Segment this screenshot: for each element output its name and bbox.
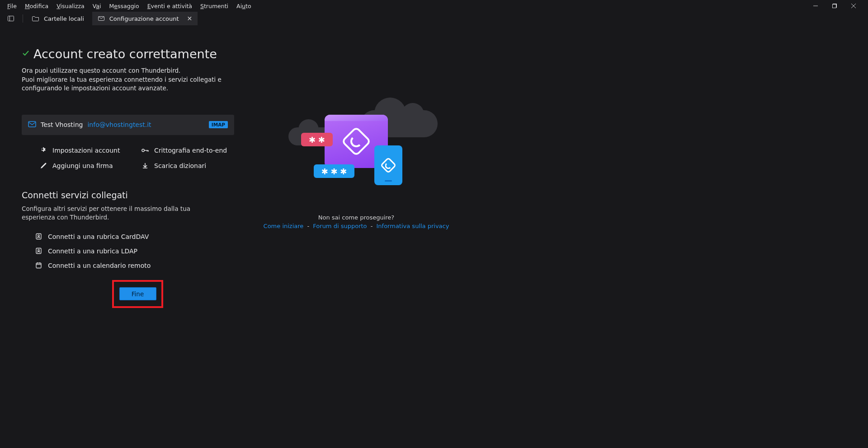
service-label: Connetti a un calendario remoto bbox=[48, 262, 151, 269]
finish-button[interactable]: Fine bbox=[119, 287, 156, 300]
illustration: ✱ ✱ ✱ ✱ ✱ bbox=[284, 97, 429, 196]
panel-icon bbox=[7, 15, 14, 22]
right-column: ✱ ✱ ✱ ✱ ✱ Non sai come proseguire? Come … bbox=[261, 47, 451, 448]
connect-carddav[interactable]: Connetti a una rubrica CardDAV bbox=[35, 233, 234, 240]
connect-ldap[interactable]: Connetti a una rubrica LDAP bbox=[35, 247, 234, 255]
separator bbox=[23, 14, 23, 23]
minimize-button[interactable] bbox=[811, 1, 820, 10]
menu-view[interactable]: Visualizza bbox=[53, 1, 88, 11]
svg-rect-2 bbox=[833, 5, 836, 8]
key-icon bbox=[142, 147, 149, 154]
address-book-icon bbox=[35, 247, 42, 255]
action-label: Scarica dizionari bbox=[154, 162, 206, 169]
action-label: Impostazioni account bbox=[52, 147, 120, 154]
action-label: Aggiungi una firma bbox=[52, 162, 113, 169]
close-window-button[interactable] bbox=[849, 1, 858, 10]
tab-local-folders[interactable]: Cartelle locali bbox=[27, 12, 90, 25]
e2e-crypto-action[interactable]: Crittografia end-to-end bbox=[142, 147, 234, 154]
menu-tools[interactable]: Strumenti bbox=[197, 1, 232, 11]
support-forum-link[interactable]: Forum di supporto bbox=[313, 223, 367, 229]
account-name: Test Vhosting bbox=[41, 121, 83, 128]
account-email: info@vhostingtest.it bbox=[87, 121, 151, 128]
menu-go[interactable]: Vai bbox=[89, 1, 105, 11]
maximize-button[interactable] bbox=[830, 1, 839, 10]
getting-started-link[interactable]: Come iniziare bbox=[264, 223, 304, 229]
mail-settings-icon bbox=[98, 15, 105, 22]
tab-strip: Cartelle locali Configurazione account ✕ bbox=[0, 12, 868, 25]
account-card: Test Vhosting info@vhostingtest.it IMAP bbox=[22, 115, 234, 135]
svg-rect-8 bbox=[28, 121, 36, 127]
check-icon bbox=[22, 49, 30, 59]
add-signature-action[interactable]: Aggiungi una firma bbox=[40, 162, 132, 169]
svg-point-14 bbox=[38, 235, 40, 237]
address-book-icon bbox=[35, 233, 42, 240]
calendar-icon bbox=[35, 262, 42, 269]
window-controls bbox=[811, 1, 864, 10]
action-label: Crittografia end-to-end bbox=[154, 147, 227, 154]
description: Ora puoi utilizzare questo account con T… bbox=[22, 66, 234, 93]
svg-rect-5 bbox=[8, 16, 14, 21]
help-links: Come iniziare - Forum di supporto - Info… bbox=[262, 223, 451, 229]
gear-icon bbox=[40, 147, 47, 154]
tab-label: Configurazione account bbox=[109, 15, 179, 22]
mail-icon bbox=[28, 121, 36, 129]
service-label: Connetti a una rubrica CardDAV bbox=[48, 233, 149, 240]
svg-rect-17 bbox=[36, 263, 41, 268]
service-label: Connetti a una rubrica LDAP bbox=[48, 247, 137, 255]
folder-icon bbox=[32, 15, 39, 22]
left-column: Account creato correttamente Ora puoi ut… bbox=[22, 47, 234, 448]
connect-calendar[interactable]: Connetti a un calendario remoto bbox=[35, 262, 234, 269]
download-icon bbox=[142, 162, 149, 169]
content-area: Account creato correttamente Ora puoi ut… bbox=[0, 25, 868, 448]
menu-bar: File Modifica Visualizza Vai Messaggio E… bbox=[0, 0, 868, 12]
services-list: Connetti a una rubrica CardDAV Connetti … bbox=[22, 233, 234, 269]
account-settings-action[interactable]: Impostazioni account bbox=[40, 147, 132, 154]
download-dictionaries-action[interactable]: Scarica dizionari bbox=[142, 162, 234, 169]
protocol-badge: IMAP bbox=[209, 121, 228, 128]
pencil-icon bbox=[40, 162, 47, 169]
menu-message[interactable]: Messaggio bbox=[106, 1, 143, 11]
menu-help[interactable]: Aiuto bbox=[233, 1, 255, 11]
highlight-box: Fine bbox=[112, 280, 163, 308]
spaces-toolbar-button[interactable] bbox=[3, 12, 19, 25]
services-title: Connetti servizi collegati bbox=[22, 190, 234, 200]
tab-label: Cartelle locali bbox=[44, 15, 84, 22]
close-tab-icon[interactable]: ✕ bbox=[187, 15, 193, 22]
tab-account-config[interactable]: Configurazione account ✕ bbox=[92, 12, 198, 25]
svg-point-16 bbox=[38, 249, 40, 251]
menu-events[interactable]: Eventi e attività bbox=[144, 1, 196, 11]
privacy-link[interactable]: Informativa sulla privacy bbox=[377, 223, 449, 229]
svg-point-9 bbox=[142, 149, 144, 151]
menu-edit[interactable]: Modifica bbox=[21, 1, 52, 11]
page-title: Account creato correttamente bbox=[33, 47, 217, 61]
services-subtitle: Configura altri servizi per ottenere il … bbox=[22, 205, 193, 222]
menu-file[interactable]: File bbox=[4, 1, 20, 11]
help-question: Non sai come proseguire? bbox=[318, 214, 395, 221]
action-grid: Impostazioni account Crittografia end-to… bbox=[22, 140, 234, 169]
